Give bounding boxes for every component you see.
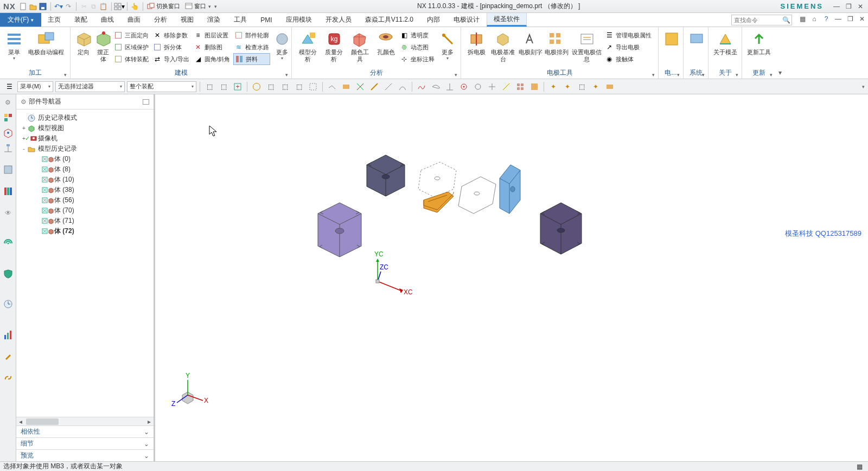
export-electrode[interactable]: ↗导出电极 [604,41,653,53]
tree-item[interactable]: 体 (72) [18,226,151,236]
import-export[interactable]: ⇄导入/导出 [152,53,190,65]
tab-4[interactable]: 分析 [148,13,174,27]
tab-7[interactable]: 工具 [227,13,254,27]
assembly-dropdown[interactable]: 整个装配▾ [127,81,196,92]
orient-button[interactable]: 定向 [74,29,93,57]
tree-item[interactable]: 体 (70) [18,205,151,216]
nav-dependency[interactable]: 相依性⌄ [16,425,154,437]
grid-icon[interactable] [528,81,540,93]
tree-item[interactable]: -模型历史记录 [18,144,151,154]
nav-preview[interactable]: 预览⌄ [16,449,154,461]
cut-icon[interactable]: ✂ [80,2,88,11]
bars-icon[interactable] [2,328,14,340]
doc-close-button[interactable]: ✕ [856,13,868,25]
window-label[interactable]: 窗口 [194,2,206,10]
filter-dropdown[interactable]: 无选择过滤器▾ [55,81,125,92]
switch-window-label[interactable]: 切换窗口 [156,2,180,10]
tb-icon[interactable]: ✦ [547,81,559,93]
color-tools[interactable]: 颜色工具 [347,29,373,64]
electrode-info[interactable]: 设置电极信息 [570,29,604,64]
delete-layer[interactable]: ✕删除图 [193,41,231,53]
tree-item[interactable]: 体 (0) [18,154,151,164]
switch-window-icon[interactable] [146,2,155,11]
tb-icon[interactable]: ⬚ [218,81,229,93]
eye-icon[interactable]: 👁 [2,207,14,219]
tree-item[interactable]: 体 (10) [18,175,151,185]
tb-icon[interactable]: ✦ [590,81,602,93]
command-search[interactable]: 🔍 [731,15,792,25]
line-icon[interactable] [382,81,394,93]
tb-icon[interactable]: ⬚ [279,81,291,93]
layer-settings[interactable]: ≡图层设置 [193,29,231,41]
tb-icon[interactable]: ⬚ [576,81,588,93]
more-analysis[interactable]: 更多▾ [438,29,457,62]
transparency[interactable]: ◧透明度 [399,29,436,41]
tab-8[interactable]: PMI [254,13,279,27]
constraint-nav-icon[interactable] [2,142,14,154]
menu-dropdown[interactable]: 菜单(M)▾ [17,81,53,92]
tab-5[interactable]: 视图 [174,13,201,27]
remove-params[interactable]: ✕移除参数 [152,29,190,41]
tab-9[interactable]: 应用模块 [279,13,319,27]
tab-14[interactable]: 模圣软件 [487,13,527,27]
dynamic-view[interactable]: ⊚动态图 [399,41,436,53]
restore-button[interactable]: ❐ [844,2,853,11]
curve-icon[interactable] [416,81,427,93]
tree-item[interactable]: 体 (8) [18,164,151,175]
link-icon[interactable] [2,372,14,384]
grid-icon[interactable] [514,81,526,93]
manage-electrode-attr[interactable]: ☰管理电极属性 [604,29,653,41]
electrode-base[interactable]: 电极基准台 [488,29,518,64]
tab-1[interactable]: 装配 [68,13,94,27]
system-button[interactable] [687,29,706,50]
tree-item[interactable]: 历史记录模式 [18,113,151,123]
three-face-orient[interactable]: 三面定向 [113,29,150,41]
ribbon-dropdown[interactable]: ▾ [776,27,784,79]
tb-icon[interactable]: ⬚ [265,81,277,93]
contact-body[interactable]: ◉接触体 [604,53,653,65]
touch-icon[interactable]: 👆 [131,2,139,11]
viewport-canvas[interactable]: YC ZC XC Y X Z [155,94,868,461]
grid-icon[interactable]: ▾ [115,2,124,11]
close-button[interactable]: ✕ [856,2,865,11]
search-input[interactable] [732,17,781,23]
split-electrode[interactable]: 拆电极 [464,29,488,57]
assembly-nav-icon[interactable] [2,127,14,139]
tab-0[interactable]: 主页 [41,13,68,27]
about-button[interactable]: 关于模圣 [712,29,738,57]
update-button[interactable]: 更新工具 [745,29,773,57]
region-protect[interactable]: 区域保护 [113,41,150,53]
scroll-thumb[interactable] [26,418,59,425]
coord-annotation[interactable]: ⊹坐标注释 [399,53,436,65]
nav-details[interactable]: 细节⌄ [16,437,154,449]
status-icon[interactable]: ▦ [857,463,863,470]
new-icon[interactable] [19,2,28,11]
tb-icon[interactable]: + [232,81,244,93]
open-icon[interactable] [29,2,37,11]
tab-3[interactable]: 曲面 [121,13,148,27]
tab-6[interactable]: 渲染 [201,13,227,27]
tool-icon[interactable] [2,350,14,362]
viewport[interactable]: YC ZC XC Y X Z 模圣科技 QQ125317589 [155,94,868,461]
tb-icon[interactable] [604,81,616,93]
selbar-dropdown[interactable]: ▾ [862,84,865,89]
tb-icon[interactable] [340,81,352,93]
arc-icon[interactable] [397,81,409,93]
search-icon[interactable]: 🔍 [781,16,792,24]
body-to-assembly[interactable]: 体转装配 [113,53,150,65]
tree-item[interactable]: 体 (38) [18,185,151,195]
menu-icon[interactable]: ☰ [3,81,15,93]
doc-restore-button[interactable]: ❐ [844,13,856,25]
save-icon[interactable] [39,2,47,11]
window-icon[interactable] [184,2,193,11]
hole-color[interactable]: 孔颜色 [373,29,399,57]
tb-icon[interactable] [326,81,338,93]
doc-minimize-button[interactable]: — [832,13,844,25]
file-menu[interactable]: 文件(F)▾ [0,13,41,27]
nesting-button[interactable]: 拼料 [233,53,270,65]
tb-icon[interactable] [307,81,319,93]
tab-2[interactable]: 曲线 [94,13,121,27]
layout-icon[interactable]: ▦ [796,13,808,25]
shield-icon[interactable] [2,268,14,280]
check-waterway[interactable]: ≋检查水路 [233,41,270,53]
